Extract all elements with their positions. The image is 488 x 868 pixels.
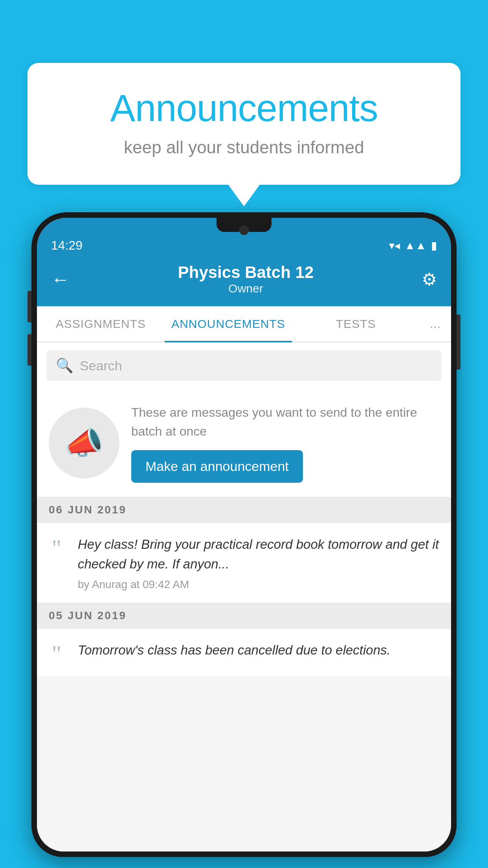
power-button[interactable] (457, 314, 460, 370)
megaphone-icon: 📣 (64, 425, 104, 462)
search-icon: 🔍 (56, 357, 73, 374)
speech-bubble-card: Announcements keep all your students inf… (28, 63, 460, 185)
announcement-prompt: 📣 These are messages you want to send to… (37, 389, 451, 497)
status-time: 14:29 (51, 238, 83, 253)
message-item-2[interactable]: " Tomorrow's class has been cancelled du… (37, 629, 451, 677)
battery-icon: ▮ (431, 239, 437, 252)
phone-outer: 14:29 ▾◂ ▲▲ ▮ ← Physics Batch 12 Owner ⚙ (31, 212, 457, 857)
message-item-1[interactable]: " Hey class! Bring your practical record… (37, 523, 451, 603)
phone-screen: 14:29 ▾◂ ▲▲ ▮ ← Physics Batch 12 Owner ⚙ (37, 218, 451, 851)
speech-bubble-tail (228, 185, 260, 206)
message-content-1: Hey class! Bring your practical record b… (78, 535, 439, 591)
tab-tests[interactable]: TESTS (292, 306, 420, 342)
tab-assignments[interactable]: ASSIGNMENTS (37, 306, 165, 342)
date-separator-2: 05 JUN 2019 (37, 603, 451, 629)
make-announcement-button[interactable]: Make an announcement (131, 450, 303, 483)
status-icons: ▾◂ ▲▲ ▮ (389, 239, 437, 252)
speech-bubble-section: Announcements keep all your students inf… (28, 63, 460, 206)
announcement-icon-circle: 📣 (49, 408, 119, 478)
search-bar[interactable]: 🔍 Search (46, 350, 442, 381)
message-text-2: Tomorrow's class has been cancelled due … (78, 640, 439, 660)
tab-announcements[interactable]: ANNOUNCEMENTS (165, 306, 292, 342)
message-meta-1: by Anurag at 09:42 AM (78, 578, 439, 591)
volume-down-button[interactable] (28, 334, 31, 366)
date-separator-1: 06 JUN 2019 (37, 497, 451, 523)
message-content-2: Tomorrow's class has been cancelled due … (78, 640, 439, 665)
app-header: ← Physics Batch 12 Owner ⚙ (37, 257, 451, 306)
phone-notch (216, 218, 272, 232)
header-title: Physics Batch 12 (178, 263, 314, 282)
signal-icon: ▲▲ (405, 239, 426, 252)
quote-icon-1: " (45, 539, 68, 557)
announcement-right: These are messages you want to send to t… (131, 403, 439, 483)
back-button[interactable]: ← (51, 268, 70, 290)
quote-icon-2: " (45, 644, 68, 663)
announcement-description: These are messages you want to send to t… (131, 403, 439, 441)
message-text-1: Hey class! Bring your practical record b… (78, 535, 439, 574)
settings-button[interactable]: ⚙ (422, 269, 437, 289)
volume-up-button[interactable] (28, 291, 31, 322)
bubble-title: Announcements (59, 86, 429, 130)
header-subtitle: Owner (178, 282, 314, 295)
content-area: 🔍 Search 📣 These are messages you want t… (37, 342, 451, 851)
header-title-group: Physics Batch 12 Owner (178, 263, 314, 295)
wifi-icon: ▾◂ (389, 239, 400, 252)
tabs-bar: ASSIGNMENTS ANNOUNCEMENTS TESTS … (37, 306, 451, 342)
bubble-subtitle: keep all your students informed (59, 138, 429, 157)
tab-more[interactable]: … (420, 306, 451, 342)
front-camera (239, 226, 249, 235)
search-bar-wrapper: 🔍 Search (37, 342, 451, 389)
search-placeholder: Search (80, 358, 122, 373)
phone-mockup: 14:29 ▾◂ ▲▲ ▮ ← Physics Batch 12 Owner ⚙ (31, 212, 457, 868)
